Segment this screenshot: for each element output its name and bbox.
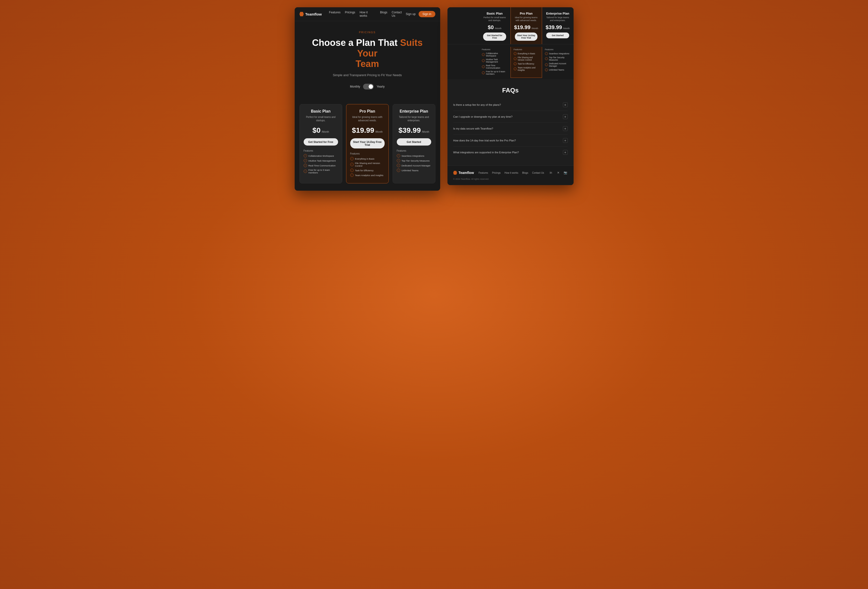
billing-toggle[interactable] [363,84,374,90]
ct-name-enterprise: Enterprise Plan [545,12,571,15]
footer-nav: Features Pricings How it works Blogs Con… [478,171,544,174]
feat-text-ent-3: Unlimited Teams [402,169,419,172]
ct-check-basic-0: ✓ [482,53,485,56]
footer-link-features[interactable]: Features [478,171,488,174]
faq-item-3[interactable]: How does the 14-day free trial work for … [453,134,568,146]
ct-fi-pro-2: ✓ Task for Efficiency [514,62,539,65]
ct-feat-pro: Features ✓ Everything in Basic ✓ File Sh… [511,47,542,78]
hero-title: Choose a Plan That Suits Your Team [302,38,433,69]
features-label-pro: Features [350,152,385,155]
ct-fi-pro-1: ✓ File Sharing and Version Control [514,56,539,61]
feature-basic-0: ✓ Collaborative Workspace [304,154,338,158]
footer-link-blogs[interactable]: Blogs [522,171,528,174]
footer-top: Teamflow Features Pricings How it works … [453,171,568,175]
ct-ft-ent-0: Seamless Integrations [549,52,570,55]
plan-amount-basic: $0 [312,126,320,134]
ct-check-ent-1: ✓ [545,57,548,60]
faq-question-1: Can I upgrade or downgrade my plan at an… [453,115,513,118]
footer-logo: Teamflow [453,171,474,175]
ct-desc-enterprise: Tailored for large teams and enterprises… [545,16,571,22]
plan-amount-enterprise: $39.99 [399,126,421,134]
plan-desc-pro: Ideal for growing teams with advanced ne… [350,115,385,122]
plan-btn-basic[interactable]: Get Started for Free [304,138,338,146]
feat-text-basic-1: Intuitive Task Management [309,159,336,162]
hero-title-p1: Choose a Plan [312,38,375,48]
faq-item-1[interactable]: Can I upgrade or downgrade my plan at an… [453,111,568,123]
features-label-basic: Features [304,149,338,152]
ct-fi-ent-2: ✓ Dedicated Account Manager [545,62,571,67]
nav-link-howitworks[interactable]: How it works [360,11,376,18]
check-basic-3: ✓ [304,170,307,173]
plan-period-pro: /Month [375,130,383,133]
plan-btn-enterprise[interactable]: Get Started [397,138,431,146]
check-pro-2: ✓ [350,168,354,172]
check-ent-3: ✓ [397,168,400,172]
plan-card-pro: Pro Plan Ideal for growing teams with ad… [346,104,389,183]
ct-check-ent-0: ✓ [545,52,548,55]
faq-question-4: What integrations are supported in the E… [453,151,519,154]
ct-header: Basic Plan Perfect for small teams and s… [447,7,574,44]
plan-name-basic: Basic Plan [304,109,338,114]
nav-links: Features Pricings How it works Blogs Con… [329,11,406,18]
faqs-section: FAQs Is there a setup fee for any of the… [447,79,574,165]
linkedin-icon[interactable]: in [549,171,553,175]
faq-plus-2[interactable]: + [563,126,568,131]
feat-text-pro-3: Team Analytics and Insights [355,174,384,177]
footer-copyright: © 2024 Teamflow. All rights reserved. [453,178,568,180]
ct-amount-enterprise: $39.99 [546,24,562,30]
nav-link-features[interactable]: Features [329,11,341,18]
faq-item-4[interactable]: What integrations are supported in the E… [453,146,568,158]
nav-logo: Teamflow [300,12,322,16]
plan-amount-pro: $19.99 [352,126,374,134]
feature-ent-1: ✓ Top-Tier Security Measures [397,159,431,162]
feature-pro-3: ✓ Team Analytics and Insights [350,173,385,177]
faq-plus-4[interactable]: + [563,150,568,155]
instagram-icon[interactable]: 📷 [563,171,568,175]
ct-check-ent-3: ✓ [545,68,548,71]
plan-price-enterprise: $39.99 /Month [397,126,431,134]
faq-item-2[interactable]: Is my data secure with Teamflow? + [453,123,568,134]
ct-desc-basic: Perfect for small teams and startups. [482,16,508,22]
faqs-title: FAQs [453,87,568,94]
ct-btn-basic[interactable]: Get Started for Free [483,32,506,41]
feature-basic-1: ✓ Intuitive Task Management [304,159,338,162]
billing-toggle-row: Monthly Yearly [302,84,433,90]
ct-price-basic: $0 /Month [482,24,508,31]
faq-item-0[interactable]: Is there a setup fee for any of the plan… [453,99,568,111]
hero-label: PRICINGS [302,31,433,34]
ct-fi-basic-2: ✓ Real-Time Communication [482,64,508,69]
ct-check-pro-1: ✓ [514,57,517,60]
ct-name-pro: Pro Plan [514,12,539,15]
plan-btn-pro[interactable]: Start Your 14-Day Free Trial [350,138,385,148]
feat-text-ent-1: Top-Tier Security Measures [402,159,430,162]
left-window: Teamflow Features Pricings How it works … [295,7,440,191]
footer-link-pricings[interactable]: Pricings [492,171,501,174]
ct-empty-col [447,7,479,44]
check-ent-2: ✓ [397,164,400,167]
signup-link[interactable]: Sign up [406,12,416,16]
ct-flabel-pro: Features [514,48,539,51]
faq-plus-0[interactable]: + [563,102,568,107]
nav-link-pricings[interactable]: Pricings [345,11,355,18]
ct-btn-pro[interactable]: Start Your 14-Day Free Trial [515,32,538,41]
footer-link-howitworks[interactable]: How it works [505,171,518,174]
plan-period-enterprise: /Month [422,130,429,133]
faq-plus-3[interactable]: + [563,138,568,143]
ct-btn-enterprise[interactable]: Get Started [546,32,569,38]
ct-col-enterprise: Enterprise Plan Tailored for large teams… [542,7,574,44]
nav-link-blogs[interactable]: Blogs [380,11,387,18]
ct-check-ent-2: ✓ [545,63,548,66]
hero-section: PRICINGS Choose a Plan That Suits Your T… [295,21,440,104]
ct-col-pro: Pro Plan Ideal for growing teams with ad… [511,7,542,44]
ct-flabel-basic: Features [482,48,508,51]
ct-fi-pro-0: ✓ Everything in Basic [514,52,539,55]
footer-link-contact[interactable]: Contact Us [532,171,544,174]
signin-button[interactable]: Sign in [419,11,435,17]
ct-fi-pro-3: ✓ Team Analytics and Insights [514,66,539,71]
faq-question-3: How does the 14-day free trial work for … [453,139,516,142]
faq-plus-1[interactable]: + [563,114,568,119]
ct-fi-ent-1: ✓ Top-Tier Security Measures [545,56,571,61]
twitter-icon[interactable]: ✕ [556,171,561,175]
nav-link-contact[interactable]: Contact Us [392,11,406,18]
ct-amount-pro: $19.99 [514,24,530,30]
